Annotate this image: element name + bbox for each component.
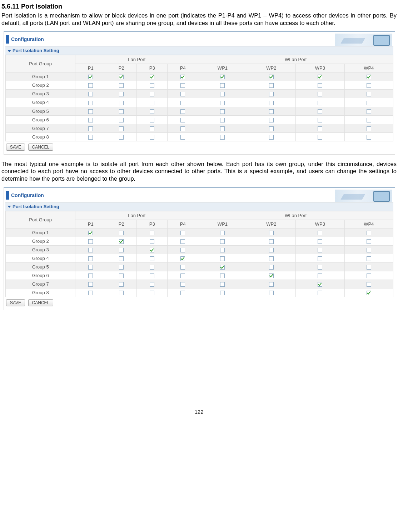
checkbox[interactable]: [150, 75, 154, 79]
checkbox[interactable]: [180, 265, 185, 270]
checkbox[interactable]: [367, 239, 371, 244]
checkbox[interactable]: [269, 75, 274, 79]
checkbox[interactable]: [367, 101, 371, 105]
checkbox[interactable]: [150, 126, 154, 131]
checkbox[interactable]: [318, 135, 322, 140]
checkbox[interactable]: [318, 282, 322, 287]
checkbox[interactable]: [88, 291, 93, 295]
checkbox[interactable]: [150, 282, 154, 287]
checkbox[interactable]: [269, 109, 274, 114]
checkbox[interactable]: [318, 83, 322, 88]
checkbox[interactable]: [150, 83, 154, 88]
checkbox[interactable]: [119, 135, 124, 140]
checkbox[interactable]: [318, 265, 322, 270]
checkbox[interactable]: [119, 256, 124, 261]
checkbox[interactable]: [220, 231, 225, 235]
checkbox[interactable]: [220, 273, 225, 278]
checkbox[interactable]: [88, 135, 93, 140]
checkbox[interactable]: [269, 135, 274, 140]
checkbox[interactable]: [150, 101, 154, 105]
checkbox[interactable]: [180, 75, 185, 79]
checkbox[interactable]: [180, 282, 185, 287]
checkbox[interactable]: [180, 83, 185, 88]
checkbox[interactable]: [318, 256, 322, 261]
checkbox[interactable]: [119, 118, 124, 122]
checkbox[interactable]: [150, 92, 154, 96]
checkbox[interactable]: [367, 83, 371, 88]
checkbox[interactable]: [180, 109, 185, 114]
checkbox[interactable]: [150, 109, 154, 114]
checkbox[interactable]: [180, 135, 185, 140]
checkbox[interactable]: [150, 248, 154, 252]
checkbox[interactable]: [220, 101, 225, 105]
checkbox[interactable]: [150, 291, 154, 295]
checkbox[interactable]: [220, 118, 225, 122]
checkbox[interactable]: [269, 248, 274, 252]
checkbox[interactable]: [119, 101, 124, 105]
checkbox[interactable]: [220, 256, 225, 261]
checkbox[interactable]: [180, 92, 185, 96]
save-button[interactable]: SAVE: [6, 144, 25, 151]
checkbox[interactable]: [88, 83, 93, 88]
checkbox[interactable]: [318, 291, 322, 295]
checkbox[interactable]: [180, 256, 185, 261]
checkbox[interactable]: [318, 101, 322, 105]
checkbox[interactable]: [119, 248, 124, 252]
checkbox[interactable]: [318, 231, 322, 235]
checkbox[interactable]: [119, 109, 124, 114]
checkbox[interactable]: [269, 282, 274, 287]
checkbox[interactable]: [269, 101, 274, 105]
checkbox[interactable]: [119, 83, 124, 88]
checkbox[interactable]: [88, 265, 93, 270]
checkbox[interactable]: [150, 256, 154, 261]
checkbox[interactable]: [88, 239, 93, 244]
checkbox[interactable]: [150, 231, 154, 235]
checkbox[interactable]: [367, 248, 371, 252]
checkbox[interactable]: [220, 282, 225, 287]
checkbox[interactable]: [269, 118, 274, 122]
checkbox[interactable]: [220, 265, 225, 270]
checkbox[interactable]: [269, 239, 274, 244]
checkbox[interactable]: [119, 291, 124, 295]
checkbox[interactable]: [269, 273, 274, 278]
checkbox[interactable]: [119, 273, 124, 278]
cancel-button[interactable]: CANCEL: [28, 144, 54, 151]
checkbox[interactable]: [367, 273, 371, 278]
checkbox[interactable]: [269, 256, 274, 261]
checkbox[interactable]: [88, 75, 93, 79]
checkbox[interactable]: [220, 291, 225, 295]
checkbox[interactable]: [119, 265, 124, 270]
checkbox[interactable]: [367, 265, 371, 270]
section-header[interactable]: Port Isolation Setting: [5, 202, 393, 211]
checkbox[interactable]: [318, 239, 322, 244]
checkbox[interactable]: [318, 273, 322, 278]
checkbox[interactable]: [119, 239, 124, 244]
checkbox[interactable]: [367, 282, 371, 287]
checkbox[interactable]: [150, 135, 154, 140]
checkbox[interactable]: [88, 101, 93, 105]
checkbox[interactable]: [269, 265, 274, 270]
checkbox[interactable]: [180, 126, 185, 131]
save-button[interactable]: SAVE: [6, 299, 25, 306]
checkbox[interactable]: [220, 239, 225, 244]
cancel-button[interactable]: CANCEL: [28, 299, 54, 306]
checkbox[interactable]: [220, 126, 225, 131]
checkbox[interactable]: [318, 248, 322, 252]
checkbox[interactable]: [88, 92, 93, 96]
section-header[interactable]: Port Isolation Setting: [5, 46, 393, 55]
checkbox[interactable]: [180, 291, 185, 295]
checkbox[interactable]: [119, 126, 124, 131]
checkbox[interactable]: [318, 109, 322, 114]
checkbox[interactable]: [367, 126, 371, 131]
checkbox[interactable]: [220, 109, 225, 114]
checkbox[interactable]: [367, 256, 371, 261]
checkbox[interactable]: [318, 92, 322, 96]
checkbox[interactable]: [269, 231, 274, 235]
checkbox[interactable]: [119, 282, 124, 287]
checkbox[interactable]: [269, 83, 274, 88]
checkbox[interactable]: [367, 231, 371, 235]
checkbox[interactable]: [180, 239, 185, 244]
checkbox[interactable]: [150, 265, 154, 270]
checkbox[interactable]: [180, 118, 185, 122]
checkbox[interactable]: [119, 92, 124, 96]
